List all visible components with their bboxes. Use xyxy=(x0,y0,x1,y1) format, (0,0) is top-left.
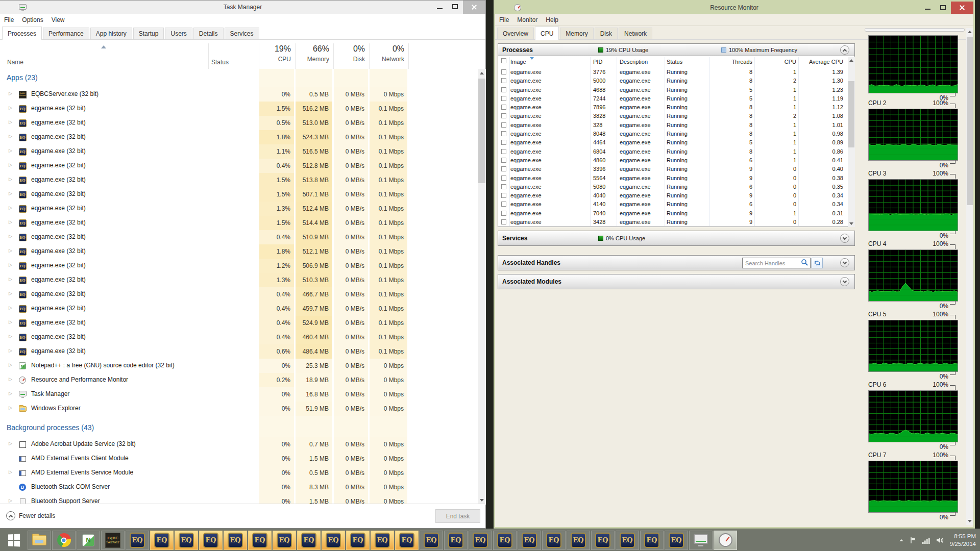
row-checkbox[interactable] xyxy=(501,122,506,128)
taskbar-button-eqbcserver[interactable]: EqBCServer xyxy=(101,531,125,550)
rm-menu-item-monitor[interactable]: Monitor xyxy=(513,15,542,25)
taskbar-button-eq[interactable]: EQ xyxy=(665,531,688,550)
process-row[interactable]: ▷EQeqgame.exe (32 bit)1.3%510.3 MB0 MB/s… xyxy=(0,273,478,287)
tm-maximize-button[interactable] xyxy=(448,1,463,14)
taskbar-button-eq-alert[interactable]: EQ xyxy=(346,531,370,550)
process-row[interactable]: eqgame.exe3396eqgame.exeRunning900.40 xyxy=(498,165,854,173)
process-row[interactable]: ▷EQeqgame.exe (32 bit)0.4%459.7 MB0 MB/s… xyxy=(0,302,478,316)
row-checkbox[interactable] xyxy=(501,202,506,207)
expand-arrow-icon[interactable]: ▷ xyxy=(9,391,12,396)
row-checkbox[interactable] xyxy=(501,184,506,189)
tm-tab-processes[interactable]: Processes xyxy=(2,27,42,40)
expand-arrow-icon[interactable]: ▷ xyxy=(9,362,12,367)
process-row[interactable]: ▷NNotepad++ : a free (GNU) source code e… xyxy=(0,359,478,373)
row-checkbox[interactable] xyxy=(501,113,506,118)
tm-menu-item-view[interactable]: View xyxy=(47,15,69,25)
taskbar-button-eq[interactable]: EQ xyxy=(518,531,541,550)
rm-graphs-scroll-thumb[interactable] xyxy=(967,37,973,205)
taskbar-button-notepadpp[interactable]: N xyxy=(77,531,100,550)
process-row[interactable]: ▷EQeqgame.exe (32 bit)1.1%516.5 MB0 MB/s… xyxy=(0,144,478,159)
tm-column-header-cpu[interactable]: 19%CPU xyxy=(259,40,295,69)
process-row[interactable]: ▷EQeqgame.exe (32 bit)0.4%466.7 MB0 MB/s… xyxy=(0,287,478,302)
tm-column-header-name[interactable]: Name xyxy=(7,59,23,66)
rm-column-header-average-cpu[interactable]: Average CPU xyxy=(799,59,843,65)
row-checkbox[interactable] xyxy=(501,219,506,224)
process-row[interactable]: ▷Bluetooth Support Server0%1.5 MB0 MB/s0… xyxy=(0,494,478,505)
rm-tab-network[interactable]: Network xyxy=(619,28,652,40)
expand-arrow-icon[interactable]: ▷ xyxy=(9,334,12,339)
rm-table-scrollbar[interactable] xyxy=(848,57,855,227)
row-checkbox[interactable] xyxy=(501,193,506,198)
process-row[interactable]: ▷EQeqgame.exe (32 bit)1.2%506.9 MB0 MB/s… xyxy=(0,259,478,273)
process-row[interactable]: ▷EQeqgame.exe (32 bit)1.5%513.8 MB0 MB/s… xyxy=(0,173,478,187)
expand-arrow-icon[interactable]: ▷ xyxy=(9,498,12,503)
taskbar-button-taskmanager[interactable] xyxy=(689,531,713,550)
taskbar-button-eq-alert[interactable]: EQ xyxy=(175,531,198,550)
tm-scrollbar[interactable] xyxy=(478,69,486,505)
network-signal-icon[interactable] xyxy=(922,537,930,544)
end-task-button[interactable]: End task xyxy=(435,509,480,523)
process-row[interactable]: ▷EQeqgame.exe (32 bit)0.4%524.9 MB0 MB/s… xyxy=(0,316,478,330)
tm-tab-users[interactable]: Users xyxy=(165,28,192,40)
expand-arrow-icon[interactable]: ▷ xyxy=(9,405,12,410)
process-row[interactable]: eqgame.exe5000eqgame.exeRunning821.30 xyxy=(498,77,854,85)
taskbar-button-eq[interactable]: EQ xyxy=(616,531,639,550)
rm-tab-overview[interactable]: Overview xyxy=(497,28,534,40)
taskbar-button-resourcemonitor-active[interactable] xyxy=(714,531,737,550)
tm-column-header-network[interactable]: 0%Network xyxy=(369,40,408,69)
expand-arrow-icon[interactable]: ▷ xyxy=(9,248,12,253)
process-row[interactable]: eqgame.exe8048eqgame.exeRunning810.98 xyxy=(498,130,854,138)
process-row[interactable]: eqgame.exe7244eqgame.exeRunning511.19 xyxy=(498,94,854,103)
row-checkbox[interactable] xyxy=(501,131,506,136)
row-checkbox[interactable] xyxy=(501,158,506,163)
taskbar-button-explorer[interactable] xyxy=(28,531,51,550)
process-row[interactable]: ▷Task Manager0%16.8 MB0 MB/s0 Mbps xyxy=(0,387,478,402)
process-row[interactable]: eqgame.exe7040eqgame.exeRunning910.31 xyxy=(498,209,854,218)
action-center-flag-icon[interactable] xyxy=(910,537,917,544)
expand-arrow-icon[interactable]: ▷ xyxy=(9,105,12,110)
process-row[interactable]: eqgame.exe4040eqgame.exeRunning900.34 xyxy=(498,191,854,200)
tm-minimize-button[interactable] xyxy=(432,1,448,14)
process-row[interactable]: eqgame.exe7896eqgame.exeRunning811.12 xyxy=(498,103,854,112)
row-checkbox[interactable] xyxy=(501,96,506,101)
process-row[interactable]: ▷AMD External Events Service Module0%0.5… xyxy=(0,466,478,480)
expand-arrow-icon[interactable]: ▷ xyxy=(9,148,12,153)
expand-arrow-icon[interactable]: ▷ xyxy=(9,91,12,96)
tray-overflow-chevron-icon[interactable] xyxy=(898,538,904,543)
rm-column-header-cpu[interactable]: CPU xyxy=(755,59,796,65)
tm-close-button[interactable] xyxy=(463,1,485,14)
process-row[interactable]: eqgame.exe3776eqgame.exeRunning811.39 xyxy=(498,68,854,77)
taskbar-button-eq[interactable]: EQ xyxy=(640,531,664,550)
tm-menu-item-options[interactable]: Options xyxy=(18,15,47,25)
rm-column-header-image[interactable]: Image xyxy=(510,59,526,65)
process-row[interactable]: eqgame.exe3828eqgame.exeRunning821.08 xyxy=(498,112,854,120)
tm-tab-details[interactable]: Details xyxy=(193,28,224,40)
process-row[interactable]: ▷EQeqgame.exe (32 bit)1.8%512.1 MB0 MB/s… xyxy=(0,244,478,259)
rm-column-header-description[interactable]: Description xyxy=(620,59,648,65)
taskbar-button-eq[interactable]: EQ xyxy=(567,531,590,550)
process-row[interactable]: ▷EQeqgame.exe (32 bit)1.5%507.1 MB0 MB/s… xyxy=(0,187,478,202)
process-row[interactable]: ▷Resource and Performance Monitor0.2%18.… xyxy=(0,373,478,387)
process-row[interactable]: eqgame.exe6804eqgame.exeRunning810.86 xyxy=(498,147,854,156)
taskbar-button-eq-alert[interactable]: EQ xyxy=(297,531,321,550)
expand-arrow-icon[interactable]: ▷ xyxy=(9,305,12,310)
taskbar-button-eq[interactable]: EQ xyxy=(591,531,615,550)
expand-arrow-icon[interactable]: ▷ xyxy=(9,277,12,282)
tray-clock[interactable]: 8:55 PM 9/25/2014 xyxy=(950,533,976,548)
tm-column-header-disk[interactable]: 0%Disk xyxy=(333,40,369,69)
expand-arrow-icon[interactable]: ▷ xyxy=(9,162,12,167)
row-checkbox[interactable] xyxy=(501,149,506,154)
tm-tab-startup[interactable]: Startup xyxy=(133,28,164,40)
refresh-handles-icon[interactable] xyxy=(812,258,823,268)
expand-arrow-icon[interactable]: ▷ xyxy=(9,291,12,296)
taskbar-button-eq[interactable]: EQ xyxy=(469,531,492,550)
tm-column-header-memory[interactable]: 66%Memory xyxy=(295,40,333,69)
row-checkbox[interactable] xyxy=(501,166,506,171)
taskbar-button-eq-alert[interactable]: EQ xyxy=(150,531,174,550)
tm-scroll-thumb[interactable] xyxy=(478,79,485,183)
expand-arrow-icon[interactable]: ▷ xyxy=(9,219,12,224)
process-row[interactable]: ▷EQeqgame.exe (32 bit)1.3%512.4 MB0 MB/s… xyxy=(0,202,478,216)
rm-tab-disk[interactable]: Disk xyxy=(595,28,618,40)
rm-modules-expand-button[interactable] xyxy=(840,277,849,286)
taskbar-button-eq-alert[interactable]: EQ xyxy=(273,531,296,550)
